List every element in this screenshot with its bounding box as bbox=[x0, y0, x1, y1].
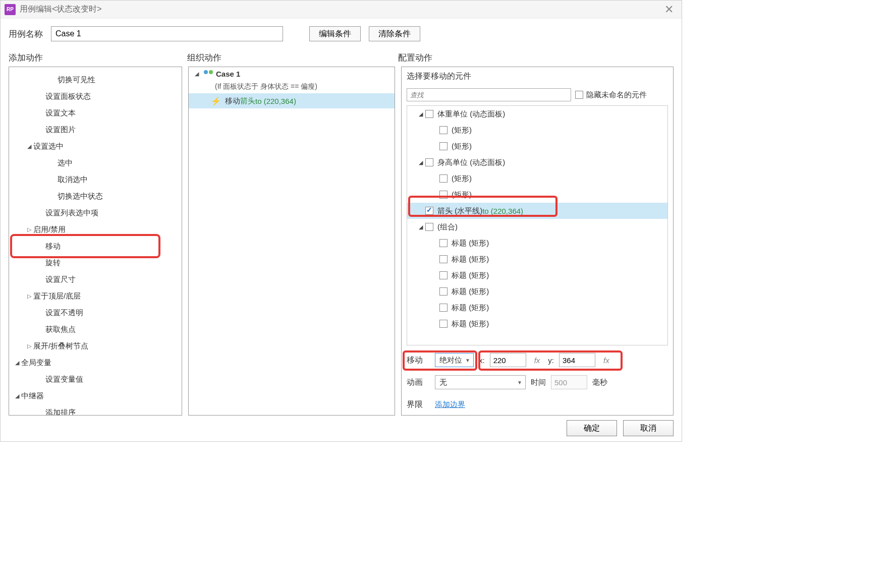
tree-toggle-icon[interactable] bbox=[25, 143, 33, 150]
widget-checkbox[interactable] bbox=[439, 255, 448, 263]
widget-checkbox[interactable] bbox=[439, 126, 448, 134]
action-label: 切换可见性 bbox=[58, 75, 95, 85]
widget-label: 体重单位 (动态面板) bbox=[437, 109, 505, 119]
ok-button[interactable]: 确定 bbox=[567, 420, 617, 436]
case-editor-window: 用例编辑<状态改变时> ✕ 用例名称 编辑条件 清除条件 添加动作 组织动作 配… bbox=[0, 0, 682, 442]
action-tree-item[interactable]: 隐藏 bbox=[9, 67, 182, 72]
action-tree-item[interactable]: 全局变量 bbox=[9, 355, 182, 371]
tree-toggle-icon[interactable] bbox=[25, 343, 33, 349]
widget-checkbox[interactable] bbox=[439, 174, 448, 183]
action-tree-item[interactable]: 设置图片 bbox=[9, 122, 182, 138]
action-tree-item[interactable]: 切换选中状态 bbox=[9, 188, 182, 205]
hide-unnamed-checkbox[interactable] bbox=[575, 91, 583, 99]
casename-input[interactable] bbox=[51, 26, 283, 41]
action-tree-item[interactable]: 设置面板状态 bbox=[9, 88, 182, 105]
config-rows: 移动 绝对位 ▼ x: fx y: fx 动画 bbox=[402, 349, 673, 415]
action-tree-item[interactable]: 切换可见性 bbox=[9, 72, 182, 88]
widget-tree-row[interactable]: ◢体重单位 (动态面板) bbox=[407, 106, 667, 122]
tree-toggle-icon[interactable]: ◢ bbox=[416, 224, 425, 230]
widget-tree[interactable]: ◢体重单位 (动态面板)(矩形)(矩形)◢身高单位 (动态面板)(矩形)(矩形)… bbox=[407, 105, 668, 345]
widget-tree-row[interactable]: 标题 (矩形) bbox=[407, 235, 667, 251]
widget-tree-row[interactable]: 标题 (矩形) bbox=[407, 267, 667, 283]
y-input[interactable] bbox=[559, 353, 595, 367]
widget-tree-row[interactable]: (矩形) bbox=[407, 138, 667, 154]
widget-tree-row[interactable]: ◢(组合) bbox=[407, 219, 667, 235]
action-tree-item[interactable]: 添加排序 bbox=[9, 404, 182, 415]
widget-checkbox[interactable] bbox=[425, 158, 433, 166]
x-input[interactable] bbox=[490, 353, 526, 367]
widget-checkbox[interactable] bbox=[425, 207, 433, 215]
tree-toggle-icon[interactable] bbox=[25, 293, 33, 300]
action-tree-item[interactable]: 设置选中 bbox=[9, 138, 182, 155]
action-tree-item[interactable]: 获取焦点 bbox=[9, 321, 182, 338]
fx-x-button[interactable]: fx bbox=[531, 356, 543, 365]
widget-tree-row[interactable]: 标题 (矩形) bbox=[407, 316, 667, 332]
bounds-label: 界限 bbox=[407, 399, 430, 410]
action-tree-item[interactable]: 移动 bbox=[9, 238, 182, 255]
widget-tree-row[interactable]: (矩形) bbox=[407, 187, 667, 203]
action-tree-item[interactable]: 设置不透明 bbox=[9, 305, 182, 321]
tree-toggle-icon[interactable]: ◢ bbox=[416, 159, 425, 166]
organize-action-panel: Case 1 (If 面板状态于 身体状态 == 偏瘦) ⚡ 移动 箭头 to … bbox=[188, 67, 395, 416]
hide-unnamed-label: 隐藏未命名的元件 bbox=[586, 90, 647, 100]
widget-tree-row[interactable]: ◢身高单位 (动态面板) bbox=[407, 154, 667, 170]
widget-tree-row[interactable]: (矩形) bbox=[407, 122, 667, 138]
action-tree-item[interactable]: 启用/禁用 bbox=[9, 221, 182, 238]
action-tree-item[interactable]: 设置列表选中项 bbox=[9, 205, 182, 221]
action-tree-item[interactable]: 中继器 bbox=[9, 388, 182, 404]
widget-suffix: to (220,364) bbox=[482, 207, 523, 215]
case-row[interactable]: Case 1 bbox=[189, 67, 395, 80]
action-tree-item[interactable]: 取消选中 bbox=[9, 171, 182, 188]
widget-label: 标题 (矩形) bbox=[452, 271, 489, 280]
widget-checkbox[interactable] bbox=[439, 271, 448, 279]
action-tree-item[interactable]: 选中 bbox=[9, 155, 182, 171]
widget-checkbox[interactable] bbox=[425, 110, 433, 118]
action-tree-item[interactable]: 设置变量值 bbox=[9, 371, 182, 388]
widget-tree-row[interactable]: 标题 (矩形) bbox=[407, 300, 667, 316]
tree-toggle-icon[interactable]: ◢ bbox=[416, 111, 425, 117]
widget-tree-row[interactable]: 标题 (矩形) bbox=[407, 251, 667, 267]
bolt-icon: ⚡ bbox=[211, 96, 221, 106]
move-mode-select[interactable]: 绝对位 ▼ bbox=[435, 353, 474, 367]
action-label: 旋转 bbox=[45, 258, 61, 268]
widget-checkbox[interactable] bbox=[439, 304, 448, 312]
col-header-org: 组织动作 bbox=[187, 49, 398, 67]
action-tree-item[interactable]: 设置文本 bbox=[9, 105, 182, 122]
footer: 确定 取消 bbox=[567, 420, 674, 436]
action-tree[interactable]: 隐藏切换可见性设置面板状态设置文本设置图片设置选中选中取消选中切换选中状态设置列… bbox=[9, 67, 182, 415]
action-label: 展开/折叠树节点 bbox=[33, 341, 88, 351]
action-tree-item[interactable]: 展开/折叠树节点 bbox=[9, 338, 182, 355]
condition-text: (If 面板状态于 身体状态 == 偏瘦) bbox=[189, 80, 395, 93]
tree-toggle-icon[interactable] bbox=[25, 226, 33, 233]
fx-y-button[interactable]: fx bbox=[600, 356, 612, 365]
action-tree-item[interactable]: 设置尺寸 bbox=[9, 271, 182, 288]
widget-checkbox[interactable] bbox=[439, 142, 448, 150]
widget-checkbox[interactable] bbox=[439, 239, 448, 247]
close-icon[interactable]: ✕ bbox=[660, 3, 678, 16]
add-bounds-link[interactable]: 添加边界 bbox=[435, 400, 465, 409]
expand-icon[interactable] bbox=[193, 71, 201, 77]
widget-label: 标题 (矩形) bbox=[452, 239, 489, 248]
anim-select[interactable]: 无 ▼ bbox=[435, 375, 526, 389]
action-label: 切换选中状态 bbox=[58, 192, 103, 201]
widget-tree-row[interactable]: (矩形) bbox=[407, 170, 667, 187]
action-tree-item[interactable]: 置于顶层/底层 bbox=[9, 288, 182, 305]
case-name: Case 1 bbox=[216, 70, 240, 78]
action-label: 取消选中 bbox=[58, 175, 88, 185]
widget-tree-row[interactable]: 箭头 (水平线) to (220,364) bbox=[407, 203, 667, 219]
widget-checkbox[interactable] bbox=[425, 223, 433, 231]
search-input[interactable] bbox=[407, 88, 571, 101]
tree-toggle-icon[interactable] bbox=[13, 393, 21, 399]
action-move-row[interactable]: ⚡ 移动 箭头 to (220,364) bbox=[189, 93, 395, 108]
action-tree-item[interactable]: 旋转 bbox=[9, 255, 182, 271]
widget-tree-row[interactable]: 标题 (矩形) bbox=[407, 283, 667, 300]
edit-condition-button[interactable]: 编辑条件 bbox=[309, 26, 361, 41]
clear-condition-button[interactable]: 清除条件 bbox=[369, 26, 420, 41]
widget-label: (矩形) bbox=[452, 126, 472, 135]
tree-toggle-icon[interactable] bbox=[13, 360, 21, 366]
widget-checkbox[interactable] bbox=[439, 191, 448, 199]
widget-checkbox[interactable] bbox=[439, 287, 448, 296]
topbar: 用例名称 编辑条件 清除条件 bbox=[1, 19, 682, 49]
widget-checkbox[interactable] bbox=[439, 320, 448, 328]
cancel-button[interactable]: 取消 bbox=[623, 420, 674, 436]
